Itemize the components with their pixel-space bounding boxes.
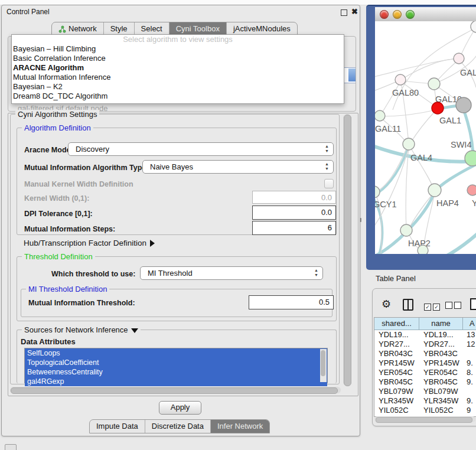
dpi-tolerance-field[interactable]: 0.0: [252, 206, 336, 220]
network-node[interactable]: [418, 245, 428, 254]
network-edge[interactable]: [406, 147, 409, 229]
tab-cyni-toolbox[interactable]: Cyni Toolbox: [169, 22, 227, 35]
network-node[interactable]: [454, 53, 464, 64]
vertical-scrollbar-thumb[interactable]: [344, 115, 351, 386]
network-edge[interactable]: [410, 110, 436, 143]
dropdown-item[interactable]: Dream8 DC_TDC Algorithm: [12, 92, 344, 101]
table-cell[interactable]: YBR043C: [419, 349, 463, 358]
column-header-clipped[interactable]: A: [463, 318, 476, 330]
apply-button[interactable]: Apply: [159, 401, 201, 415]
table-row[interactable]: YDL19...YDL19...13: [374, 330, 476, 340]
network-edge[interactable]: [435, 60, 458, 83]
table-cell[interactable]: YPR145W: [374, 358, 419, 368]
network-node[interactable]: [375, 110, 385, 121]
network-edge[interactable]: [464, 111, 473, 157]
table-cell[interactable]: 13: [463, 330, 476, 340]
table-row[interactable]: YBL079WYBL079W: [374, 387, 476, 396]
close-icon[interactable]: ✖: [351, 7, 358, 16]
table-row[interactable]: YLR345WYLR345W9.: [374, 396, 476, 406]
dropdown-item[interactable]: Basic Correlation Inference: [12, 54, 344, 63]
table-horizontal-scrollbar[interactable]: [374, 416, 475, 422]
mi-steps-field[interactable]: 6: [252, 221, 336, 235]
table-cell[interactable]: YDL19...: [419, 330, 463, 340]
table-cell[interactable]: YPR145W: [419, 358, 463, 368]
network-node[interactable]: [403, 138, 415, 150]
tab-jactivemnodules[interactable]: jActiveMNodules: [227, 22, 297, 35]
tab-network[interactable]: Network: [52, 22, 104, 35]
select-all-icon[interactable]: ✓✓: [424, 301, 442, 311]
horizontal-scrollbar-thumb[interactable]: [11, 387, 338, 394]
table-cell[interactable]: YLR345W: [419, 396, 463, 406]
table-row[interactable]: YIL052CYIL052C9: [374, 406, 476, 415]
network-node[interactable]: [375, 186, 380, 198]
list-scrollbar[interactable]: [320, 349, 327, 382]
file-icon[interactable]: [470, 298, 476, 310]
table-cell[interactable]: YBL079W: [419, 387, 463, 396]
float-panel-icon[interactable]: [341, 9, 347, 16]
list-scrollbar-thumb[interactable]: [321, 350, 325, 376]
table-horizontal-scrollbar-thumb[interactable]: [376, 417, 472, 423]
table-cell[interactable]: YIL052C: [419, 406, 463, 415]
table-row[interactable]: YDR27...YDR27...12: [374, 340, 476, 349]
network-node[interactable]: [456, 97, 471, 113]
tab-select[interactable]: Select: [135, 22, 169, 35]
sources-title[interactable]: Sources for Network Inference: [22, 325, 141, 334]
table-cell[interactable]: YBR043C: [374, 349, 419, 358]
network-edge[interactable]: [382, 110, 436, 116]
splitter-handle[interactable]: [360, 218, 361, 222]
table-cell[interactable]: [463, 349, 476, 358]
tab-infer-network[interactable]: Infer Network: [211, 420, 269, 433]
network-window-titlebar[interactable]: [375, 7, 476, 22]
table-row[interactable]: YBR043CYBR043C: [374, 349, 476, 358]
table-cell[interactable]: YER054C: [374, 368, 419, 377]
table-cell[interactable]: 9.: [463, 358, 476, 368]
table-row[interactable]: YER054CYER054C8.: [374, 368, 476, 377]
table-row[interactable]: YBR045CYBR045C9.: [374, 377, 476, 387]
close-traffic-button[interactable]: [380, 10, 389, 19]
network-node[interactable]: [467, 185, 476, 195]
table-cell[interactable]: YBL079W: [374, 387, 419, 396]
list-item[interactable]: SelfLoops: [25, 348, 327, 358]
table-cell[interactable]: [463, 387, 476, 396]
network-node[interactable]: [465, 151, 476, 166]
aracne-mode-combobox[interactable]: Discovery ▲▼: [68, 142, 334, 156]
table-row[interactable]: YPR145WYPR145W9.: [374, 358, 476, 368]
network-node[interactable]: [395, 74, 406, 85]
network-node[interactable]: [428, 184, 441, 197]
list-item[interactable]: TopologicalCoefficient: [25, 358, 327, 367]
tab-discretize-data[interactable]: Discretize Data: [145, 420, 211, 433]
table-cell[interactable]: 8.: [463, 368, 476, 377]
dropdown-item[interactable]: Mutual Information Inference: [12, 73, 344, 82]
table-cell[interactable]: 9: [463, 406, 476, 415]
network-edge[interactable]: [436, 229, 476, 254]
table-cell[interactable]: 12: [463, 340, 476, 349]
deselect-all-icon[interactable]: [445, 301, 463, 311]
zoom-traffic-button[interactable]: [406, 10, 415, 19]
network-node[interactable]: [471, 21, 476, 32]
split-columns-icon[interactable]: [403, 299, 413, 311]
mi-type-combobox[interactable]: Naive Bayes ▲▼: [142, 160, 334, 174]
minimize-traffic-button[interactable]: [393, 10, 402, 19]
list-item[interactable]: gal4RGexp: [25, 377, 327, 386]
minimized-panel-icon[interactable]: [5, 444, 17, 450]
table-cell[interactable]: YIL052C: [374, 406, 419, 415]
dropdown-item[interactable]: Bayesian – Hill Climbing: [12, 44, 344, 54]
hub-definition-toggle[interactable]: Hub/Transcription Factor Definition: [24, 239, 155, 247]
tab-style[interactable]: Style: [104, 22, 135, 35]
column-header-shared[interactable]: shared...: [374, 318, 419, 330]
horizontal-scrollbar[interactable]: [10, 387, 341, 393]
manual-kernel-checkbox[interactable]: [324, 179, 334, 188]
table-cell[interactable]: YDR27...: [419, 340, 463, 349]
data-attributes-list[interactable]: SelfLoops TopologicalCoefficient Between…: [24, 348, 328, 383]
table-cell[interactable]: 9.: [463, 377, 476, 387]
mi-threshold-field[interactable]: 0.5: [249, 295, 334, 309]
dropdown-item[interactable]: Bayesian – K2: [12, 82, 344, 92]
kernel-width-field[interactable]: 0.0: [252, 191, 336, 204]
table-cell[interactable]: YDL19...: [374, 330, 419, 340]
network-edge[interactable]: [375, 58, 458, 77]
table-cell[interactable]: 9.: [463, 396, 476, 406]
gear-icon[interactable]: ⚙: [382, 298, 391, 311]
vertical-scrollbar[interactable]: [343, 114, 351, 386]
column-header-name[interactable]: name: [419, 318, 463, 330]
network-node[interactable]: [400, 224, 412, 236]
